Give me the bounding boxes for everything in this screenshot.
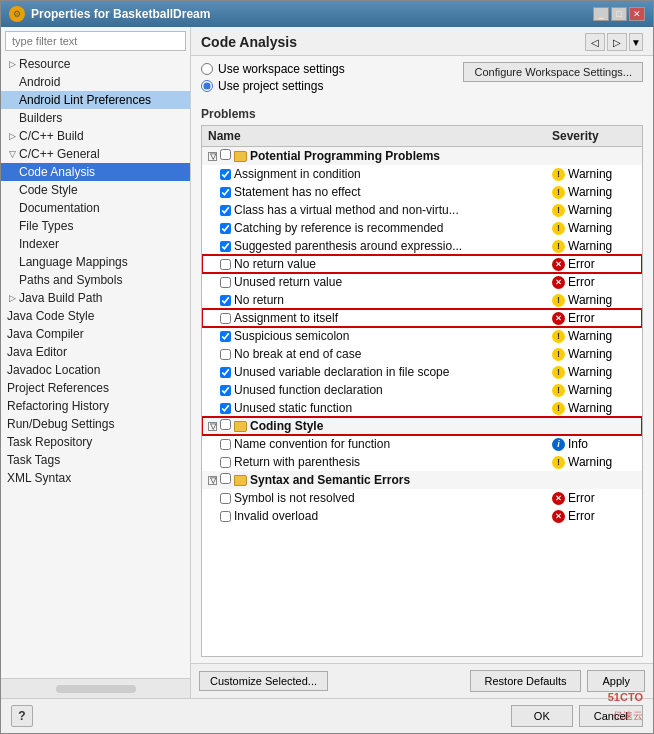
sidebar-item-indexer[interactable]: Indexer (1, 235, 190, 253)
sidebar-item-resource[interactable]: ▷ Resource (1, 55, 190, 73)
row-checkbox[interactable] (220, 349, 231, 360)
row-label: No break at end of case (234, 347, 361, 361)
row-checkbox[interactable] (220, 367, 231, 378)
right-content: Use workspace settings Use project setti… (191, 56, 653, 663)
sidebar-item-java-code-style[interactable]: Java Code Style (1, 307, 190, 325)
row-label: Symbol is not resolved (234, 491, 355, 505)
sidebar-item-code-style[interactable]: Code Style (1, 181, 190, 199)
section-check[interactable] (220, 473, 231, 487)
nav-forward-button[interactable]: ▷ (607, 33, 627, 51)
sidebar-item-java-compiler[interactable]: Java Compiler (1, 325, 190, 343)
workspace-settings-radio[interactable] (201, 63, 213, 75)
sidebar-item-builders[interactable]: Builders (1, 109, 190, 127)
severity-label: Warning (568, 401, 612, 415)
row-label: Suspicious semicolon (234, 329, 349, 343)
row-checkbox[interactable] (220, 511, 231, 522)
settings-radio-group: Use workspace settings Use project setti… (201, 62, 345, 93)
sidebar-item-java-editor[interactable]: Java Editor (1, 343, 190, 361)
sidebar-item-cpp-general[interactable]: ▽ C/C++ General (1, 145, 190, 163)
sidebar-item-run-debug[interactable]: Run/Debug Settings (1, 415, 190, 433)
severity-label: Info (568, 437, 588, 451)
maximize-button[interactable]: □ (611, 7, 627, 21)
severity-label: Error (568, 509, 595, 523)
sidebar-item-label: Language Mappings (19, 255, 128, 269)
row-checkbox[interactable] (220, 259, 231, 270)
severity-label: Warning (568, 347, 612, 361)
section-label: Syntax and Semantic Errors (250, 473, 410, 487)
sidebar-item-label: C/C++ General (19, 147, 100, 161)
filter-input[interactable] (5, 31, 186, 51)
configure-workspace-button[interactable]: Configure Workspace Settings... (463, 62, 643, 82)
sidebar-item-label: Task Repository (7, 435, 92, 449)
severity-label: Warning (568, 167, 612, 181)
ok-button[interactable]: OK (511, 705, 573, 727)
row-checkbox[interactable] (220, 457, 231, 468)
nav-dropdown-button[interactable]: ▼ (629, 33, 643, 51)
customize-selected-button[interactable]: Customize Selected... (199, 671, 328, 691)
row-checkbox[interactable] (220, 187, 231, 198)
sidebar-item-xml-syntax[interactable]: XML Syntax (1, 469, 190, 487)
cancel-button[interactable]: Cancel (579, 705, 643, 727)
restore-defaults-button[interactable]: Restore Defaults (470, 670, 582, 692)
sidebar-item-android-lint[interactable]: Android Lint Preferences (1, 91, 190, 109)
sidebar-item-java-build[interactable]: ▷ Java Build Path (1, 289, 190, 307)
table-row: Name convention for function Info (202, 435, 642, 453)
sidebar-item-task-tags[interactable]: Task Tags (1, 451, 190, 469)
nav-back-button[interactable]: ◁ (585, 33, 605, 51)
sidebar-item-lang-mappings[interactable]: Language Mappings (1, 253, 190, 271)
row-checkbox[interactable] (220, 313, 231, 324)
row-checkbox[interactable] (220, 403, 231, 414)
row-checkbox[interactable] (220, 205, 231, 216)
close-button[interactable]: ✕ (629, 7, 645, 21)
project-settings-radio[interactable] (201, 80, 213, 92)
section-expand-icon[interactable]: ▽ (208, 476, 217, 485)
sidebar-item-file-types[interactable]: File Types (1, 217, 190, 235)
row-checkbox[interactable] (220, 295, 231, 306)
section-check[interactable] (220, 419, 231, 433)
sidebar-item-label: C/C++ Build (19, 129, 84, 143)
sidebar-item-project-refs[interactable]: Project References (1, 379, 190, 397)
sidebar-item-documentation[interactable]: Documentation (1, 199, 190, 217)
row-label: No return (234, 293, 284, 307)
section-expand-icon[interactable]: ▽ (208, 422, 217, 431)
row-checkbox[interactable] (220, 223, 231, 234)
row-label: Assignment to itself (234, 311, 338, 325)
row-checkbox[interactable] (220, 439, 231, 450)
warning-icon (552, 330, 565, 343)
sidebar-item-task-repo[interactable]: Task Repository (1, 433, 190, 451)
window-controls[interactable]: _ □ ✕ (593, 7, 645, 21)
sidebar-item-label: Resource (19, 57, 70, 71)
table-header: Name Severity (202, 126, 642, 147)
folder-icon (234, 151, 247, 162)
row-checkbox[interactable] (220, 241, 231, 252)
sidebar-item-android[interactable]: Android (1, 73, 190, 91)
row-checkbox[interactable] (220, 169, 231, 180)
warning-icon (552, 402, 565, 415)
sidebar-item-cpp-build[interactable]: ▷ C/C++ Build (1, 127, 190, 145)
help-button[interactable]: ? (11, 705, 33, 727)
warning-icon (552, 240, 565, 253)
section-check[interactable] (220, 149, 231, 163)
sidebar-item-code-analysis[interactable]: Code Analysis (1, 163, 190, 181)
warning-icon (552, 456, 565, 469)
section-expand-icon[interactable]: ▽ (208, 152, 217, 161)
table-row: Unused static function Warning (202, 399, 642, 417)
apply-button[interactable]: Apply (587, 670, 645, 692)
panel-title: Code Analysis (201, 34, 297, 50)
table-row: Unused return value Error (202, 273, 642, 291)
table-row: Class has a virtual method and non-virtu… (202, 201, 642, 219)
minimize-button[interactable]: _ (593, 7, 609, 21)
row-checkbox[interactable] (220, 385, 231, 396)
sidebar-item-paths-symbols[interactable]: Paths and Symbols (1, 271, 190, 289)
sidebar-item-refactor-history[interactable]: Refactoring History (1, 397, 190, 415)
sidebar-item-javadoc[interactable]: Javadoc Location (1, 361, 190, 379)
row-checkbox[interactable] (220, 493, 231, 504)
row-checkbox[interactable] (220, 331, 231, 342)
table-row: No break at end of case Warning (202, 345, 642, 363)
warning-icon (552, 186, 565, 199)
severity-label: Error (568, 311, 595, 325)
row-label: Unused variable declaration in file scop… (234, 365, 449, 379)
row-checkbox[interactable] (220, 277, 231, 288)
left-panel-scrollbar[interactable] (1, 678, 190, 698)
table-row: Unused variable declaration in file scop… (202, 363, 642, 381)
